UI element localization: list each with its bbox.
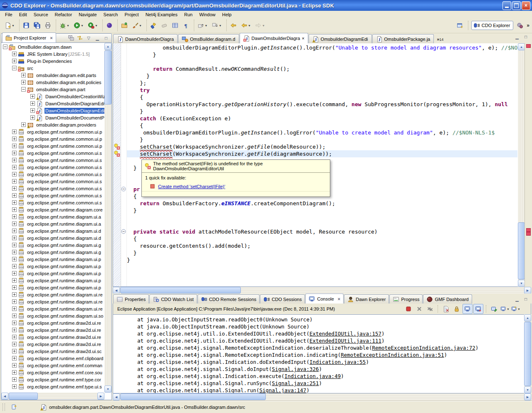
save-button[interactable] [21,20,32,31]
code-line[interactable]: } [127,108,517,115]
tree-item[interactable]: 010org.eclipse.gmf.runtime.diagram.ui.p [1,277,104,284]
menu-net4j-examples[interactable]: Net4j Examples [142,12,181,17]
editor-tab[interactable]: JOmsbuilderPackage.ja [372,34,434,43]
tree-item[interactable]: Plug-in Dependencies [1,57,104,65]
menu-refactor[interactable]: Refactor [52,12,76,17]
tree-item[interactable]: JDawnOmsbuilderDocumentPrc [1,114,104,121]
expand-expander-icon[interactable] [30,94,35,99]
scroll-right-arrow[interactable]: ▶ [97,393,104,400]
expand-expander-icon[interactable] [12,384,17,389]
pilcrow-button[interactable]: ¶ [181,20,191,31]
expand-expander-icon[interactable] [12,52,17,56]
expand-expander-icon[interactable] [12,129,17,134]
code-line[interactable]: setCharset(WorkspaceSynchronizer.getFile… [127,143,517,150]
tree-item[interactable]: src [1,65,104,72]
expand-expander-icon[interactable] [12,193,17,198]
code-line[interactable]: OperationHistoryFactory.getOperationHist… [127,101,517,108]
close-icon[interactable]: × [50,36,52,40]
menu-navigate[interactable]: Navigate [75,12,100,17]
monitor-pencil-button[interactable] [489,304,499,314]
expand-expander-icon[interactable] [12,313,17,318]
tree-item[interactable]: 010org.eclipse.gmf.runtime.common.ui.s [1,178,104,185]
fold-collapse-icon[interactable] [121,187,126,192]
close-icon[interactable]: × [302,36,304,41]
tree-item[interactable]: 010org.eclipse.gmf.runtime.diagram.ui.so [1,312,104,319]
minimize-view-icon[interactable]: ▁ [514,33,520,40]
code-line[interactable]: setCharset(WorkspaceSynchronizer.getFile… [127,150,517,157]
restore-window-button[interactable] [512,1,521,10]
expand-expander-icon[interactable] [30,101,35,106]
tab-gmf-dashboard[interactable]: GMF Dashboard [423,294,472,304]
table-button[interactable] [170,20,181,31]
close-icon[interactable]: × [338,297,340,301]
scroll-left-arrow[interactable]: ◀ [1,393,8,400]
stack-trace-link[interactable]: Signal.java:147 [260,387,307,393]
expand-expander-icon[interactable] [12,144,17,148]
tree-item[interactable]: 010org.eclipse.gmf.runtime.emf.comman [1,362,104,369]
code-line[interactable]: private static void attachModelToResourc… [127,228,517,235]
tree-item[interactable]: 010org.eclipse.gmf.runtime.diagram.ui.g [1,241,104,249]
expand-expander-icon[interactable] [12,243,17,247]
menu-source[interactable]: Source [30,12,52,17]
tree-item[interactable]: 010org.eclipse.gmf.runtime.draw2d.ui.re [1,326,104,333]
stack-trace-link[interactable]: RemoteExceptionIndication.java:72 [372,345,475,351]
stack-trace-link[interactable]: Signal.java:251 [272,380,319,386]
expand-expander-icon[interactable] [30,115,35,120]
tree-item[interactable]: 010org.eclipse.gmf.runtime.draw2d.ui.re [1,333,104,341]
save-all-button[interactable] [32,20,42,31]
tree-item[interactable]: 010org.eclipse.gmf.runtime.draw2d.ui.re [1,341,104,348]
tree-item[interactable]: JRE System Library [J2SE-1.5] [1,50,104,57]
link-editor-icon[interactable] [77,35,83,41]
last-edit-button[interactable] [228,20,239,31]
scrollbar-thumb[interactable] [120,393,266,400]
menu-help[interactable]: Help [219,12,235,17]
clear-console-button[interactable] [441,304,451,314]
tree-item[interactable]: 010org.eclipse.gmf.runtime.diagram.ui.a [1,213,104,220]
menu-edit[interactable]: Edit [16,12,30,17]
minimize-view-icon[interactable]: ▁ [514,296,520,302]
maximize-view-icon[interactable]: □ [103,35,109,41]
tab-cdo-watch-list[interactable]: CDO Watch List [149,294,197,304]
scroll-down-arrow[interactable]: ▼ [518,280,525,287]
editor-tab[interactable]: JDawnOmsbuilderDiagra [113,34,178,43]
minimize-view-icon[interactable]: ▁ [94,35,101,41]
run-button[interactable]: ▼ [72,20,86,31]
stack-trace-link[interactable]: Indication.java:49 [285,373,341,379]
expand-expander-icon[interactable] [12,158,17,162]
view-menu-icon[interactable]: ▽ [85,35,92,41]
tree-item[interactable]: 010org.eclipse.gmf.runtime.common.ui.s [1,149,104,157]
scrollbar-thumb[interactable] [9,393,38,400]
back-button[interactable]: ▼ [239,20,253,31]
scroll-left-arrow[interactable]: ◀ [113,287,120,294]
editor-tab[interactable]: JDawnOmsbuilderDiagra× [240,33,308,43]
expand-expander-icon[interactable] [12,214,17,219]
tree-item[interactable]: 010org.eclipse.gmf.runtime.diagram.ui.p [1,284,104,291]
menu-project[interactable]: Project [121,12,142,17]
tree-item[interactable]: omsbuilder.diagram.part [1,86,104,93]
tree-item[interactable]: 010org.eclipse.gmf.runtime.diagram.ui.g [1,249,104,256]
expand-expander-icon[interactable] [12,151,17,155]
scroll-lock-button[interactable] [452,304,462,314]
scrollbar-thumb[interactable] [104,50,111,104]
expand-expander-icon[interactable] [30,108,35,113]
expand-expander-icon[interactable] [12,257,17,261]
expand-expander-icon[interactable] [12,236,17,240]
tree-item[interactable]: JDawnOmsbuilderDiagramEditc [1,100,104,107]
tab-console[interactable]: Console× [305,294,344,304]
tree-item[interactable]: 010org.eclipse.gmf.runtime.diagram.ui.p [1,263,104,270]
code-line[interactable]: resource.getContents().add(model); [127,242,517,249]
scroll-left-arrow[interactable]: ◀ [113,393,120,401]
code-line[interactable]: try [127,87,517,94]
scroll-up-arrow[interactable]: ▲ [104,43,111,50]
editor-vertical-scrollbar[interactable]: ▲ ▼ [518,43,525,287]
close-window-button[interactable]: × [522,1,530,10]
expand-expander-icon[interactable] [12,285,17,290]
scrollbar-thumb[interactable] [518,222,525,279]
explorer-vertical-scrollbar[interactable]: ▲ ▼ [104,43,111,393]
quickfix-error-marker-icon[interactable] [114,150,120,157]
menu-run[interactable]: Run [181,12,196,17]
code-line[interactable]: } [127,256,517,264]
perspective-overflow-chevron[interactable]: » [527,22,530,28]
display-console-button[interactable]: ▼ [500,304,510,314]
plugin-folder-button[interactable] [119,20,130,31]
